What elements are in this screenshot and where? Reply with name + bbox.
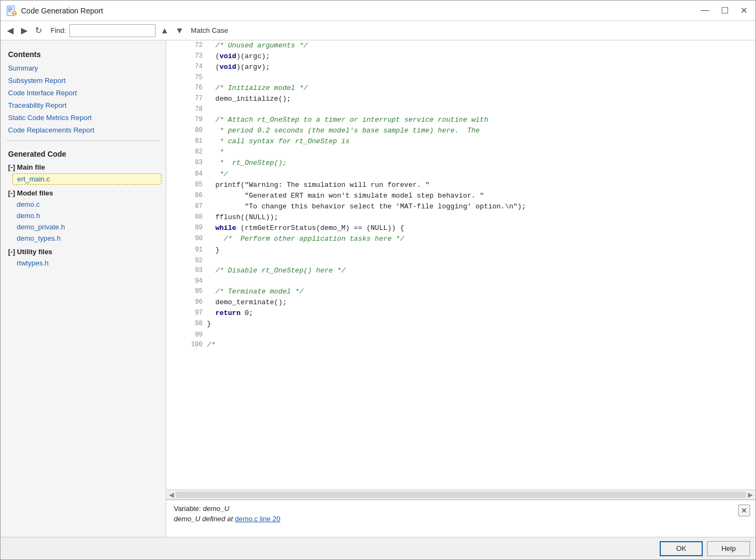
- refresh-button[interactable]: ↻: [33, 24, 44, 37]
- line-code: * period 0.2 seconds (the model's base s…: [205, 125, 755, 136]
- close-button[interactable]: ✕: [738, 4, 750, 17]
- info-close-button[interactable]: ✕: [738, 505, 750, 516]
- main-content: Contents SummarySubsystem ReportCode Int…: [1, 40, 755, 537]
- line-code: while (rtmGetErrorStatus(demo_M) == (NUL…: [205, 223, 755, 234]
- code-line-73: 73 (void)(argc);: [166, 51, 755, 62]
- file-link-demo-h[interactable]: demo.h: [1, 210, 166, 221]
- sidebar-link-subsystem-report[interactable]: Subsystem Report: [1, 74, 166, 87]
- maximize-button[interactable]: ☐: [718, 4, 731, 17]
- code-area: 72 /* Unused arguments */73 (void)(argc)…: [166, 40, 755, 537]
- line-code: }: [205, 245, 755, 256]
- code-line-100: 100/*: [166, 340, 755, 351]
- generated-code-heading: Generated Code: [1, 145, 166, 160]
- line-number: 99: [166, 330, 205, 340]
- svg-rect-5: [14, 12, 15, 14]
- file-link-ert_main-c[interactable]: ert_main.c: [12, 173, 161, 185]
- line-code: * rt_OneStep();: [205, 158, 755, 169]
- window-title: Code Generation Report: [21, 6, 103, 15]
- line-code: [205, 330, 755, 340]
- file-group-1: [-] Model filesdemo.cdemo.hdemo_private.…: [1, 186, 166, 245]
- line-code: "To change this behavior select the 'MAT…: [205, 201, 755, 212]
- match-case-label: Match Case: [191, 26, 228, 34]
- line-number: 87: [166, 201, 205, 212]
- scroll-left-arrow[interactable]: ◀: [167, 491, 175, 499]
- line-number: 88: [166, 212, 205, 223]
- sidebar-link-code-interface-report[interactable]: Code Interface Report: [1, 87, 166, 99]
- line-number: 82: [166, 147, 205, 158]
- line-number: 98: [166, 319, 205, 330]
- defined-link[interactable]: demo.c line 20: [235, 515, 280, 523]
- line-number: 97: [166, 308, 205, 319]
- forward-button[interactable]: ▶: [19, 24, 30, 37]
- line-code: printf("Warning: The simulation will run…: [205, 180, 755, 191]
- line-code: /* Unused arguments */: [205, 40, 755, 51]
- code-line-78: 78: [166, 104, 755, 115]
- code-line-81: 81 * call syntax for rt_OneStep is: [166, 136, 755, 147]
- code-line-94: 94: [166, 276, 755, 286]
- line-number: 76: [166, 83, 205, 94]
- file-link-demo-c[interactable]: demo.c: [1, 199, 166, 210]
- back-button[interactable]: ◀: [5, 24, 16, 37]
- info-defined-line: demo_U defined at demo.c line 20: [174, 515, 748, 523]
- line-number: 89: [166, 223, 205, 234]
- svg-rect-1: [8, 8, 12, 9]
- file-link-demo_types-h[interactable]: demo_types.h: [1, 233, 166, 244]
- file-group-label-1[interactable]: [-] Model files: [1, 187, 166, 199]
- line-code: /* Perform other application tasks here …: [205, 234, 755, 244]
- sidebar-link-summary[interactable]: Summary: [1, 62, 166, 74]
- svg-rect-2: [8, 9, 12, 10]
- line-number: 85: [166, 180, 205, 191]
- line-code: /* Terminate model */: [205, 286, 755, 297]
- line-number: 90: [166, 234, 205, 244]
- code-line-91: 91 }: [166, 245, 755, 256]
- line-code: "Generated ERT main won't simulate model…: [205, 191, 755, 201]
- svg-rect-6: [14, 15, 15, 16]
- info-bar: ✕ Variable: demo_U demo_U defined at dem…: [166, 499, 755, 537]
- line-number: 73: [166, 51, 205, 62]
- code-scroll[interactable]: 72 /* Unused arguments */73 (void)(argc)…: [166, 40, 755, 489]
- code-line-77: 77 demo_initialize();: [166, 94, 755, 104]
- contents-heading: Contents: [1, 46, 166, 62]
- h-scroll-thumb[interactable]: [175, 492, 746, 498]
- sidebar-link-code-replacements-report[interactable]: Code Replacements Report: [1, 124, 166, 136]
- line-number: 94: [166, 276, 205, 286]
- line-code: /*: [205, 340, 755, 351]
- file-link-demo_private-h[interactable]: demo_private.h: [1, 221, 166, 233]
- sidebar: Contents SummarySubsystem ReportCode Int…: [1, 40, 166, 537]
- title-bar: Code Generation Report — ☐ ✕: [1, 1, 755, 21]
- line-number: 74: [166, 62, 205, 73]
- file-group-label-2[interactable]: [-] Utility files: [1, 246, 166, 257]
- find-input[interactable]: [69, 24, 156, 37]
- line-code: (void)(argv);: [205, 62, 755, 73]
- file-group-label-0[interactable]: [-] Main file: [1, 162, 166, 173]
- line-number: 77: [166, 94, 205, 104]
- code-line-95: 95 /* Terminate model */: [166, 286, 755, 297]
- scroll-right-arrow[interactable]: ▶: [746, 491, 754, 499]
- horizontal-scrollbar[interactable]: ◀ ▶: [166, 489, 755, 499]
- line-number: 75: [166, 73, 205, 83]
- find-up-button[interactable]: ▲: [159, 25, 171, 37]
- toolbar: ◀ ▶ ↻ Find: ▲ ▼ Match Case: [1, 21, 755, 40]
- line-code: * call syntax for rt_OneStep is: [205, 136, 755, 147]
- code-line-80: 80 * period 0.2 seconds (the model's bas…: [166, 125, 755, 136]
- code-line-88: 88 fflush((NULL));: [166, 212, 755, 223]
- line-number: 96: [166, 297, 205, 308]
- code-line-93: 93 /* Disable rt_OneStep() here */: [166, 265, 755, 276]
- file-link-rtwtypes-h[interactable]: rtwtypes.h: [1, 257, 166, 269]
- file-group-0: [-] Main fileert_main.c: [1, 160, 166, 186]
- code-line-99: 99: [166, 330, 755, 340]
- variable-name: demo_U: [203, 505, 229, 513]
- line-code: /* Attach rt_OneStep to a timer or inter…: [205, 115, 755, 125]
- code-line-76: 76 /* Initialize model */: [166, 83, 755, 94]
- minimize-button[interactable]: —: [698, 4, 712, 17]
- line-number: 83: [166, 158, 205, 169]
- sidebar-link-traceability-report[interactable]: Traceability Report: [1, 99, 166, 111]
- line-number: 100: [166, 340, 205, 351]
- ok-button[interactable]: OK: [660, 541, 703, 556]
- sidebar-nav-links: SummarySubsystem ReportCode Interface Re…: [1, 62, 166, 136]
- find-down-button[interactable]: ▼: [174, 25, 186, 37]
- sidebar-link-static-code-metrics-report[interactable]: Static Code Metrics Report: [1, 111, 166, 124]
- bottom-bar: OK Help: [1, 537, 755, 559]
- line-number: 78: [166, 104, 205, 115]
- help-button[interactable]: Help: [707, 541, 750, 556]
